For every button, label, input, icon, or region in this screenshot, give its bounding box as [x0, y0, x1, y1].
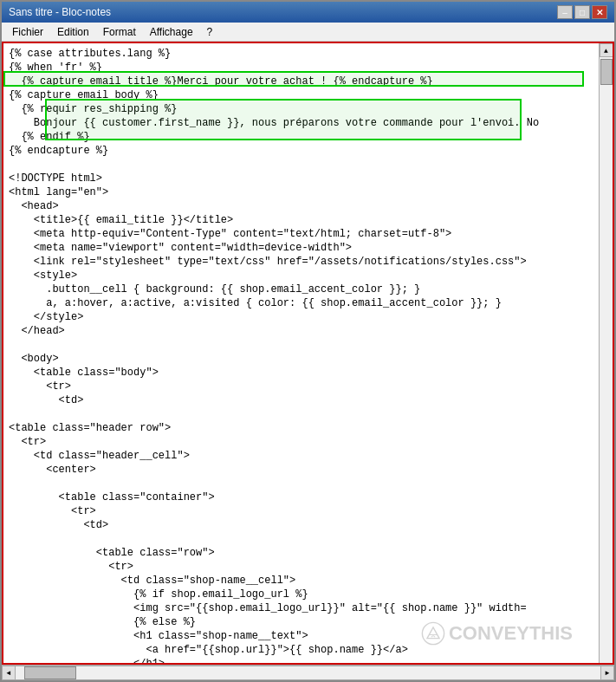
code-line [9, 532, 593, 546]
minimize-button[interactable]: – [557, 5, 573, 19]
code-line: Bonjour {{ customer.first_name }}, nous … [9, 116, 593, 130]
code-line: <img src="{{shop.email_logo_url}}" alt="… [9, 601, 593, 615]
code-line: {% endif %} [9, 130, 593, 144]
code-line: {% else %} [9, 615, 593, 629]
title-bar: Sans titre - Bloc-notes – □ ✕ [2, 2, 614, 23]
code-line: <td class="header__cell"> [9, 449, 593, 463]
vertical-scrollbar[interactable]: ▲ [599, 43, 613, 663]
code-line: .button__cell { background: {{ shop.emai… [9, 283, 593, 296]
menu-affichage[interactable]: Affichage [143, 24, 200, 40]
code-line: <body> [9, 352, 593, 366]
code-line: <table class="body"> [9, 366, 593, 380]
close-button[interactable]: ✕ [592, 5, 607, 19]
code-line [9, 407, 593, 421]
code-line: <meta http-equiv="Content-Type" content=… [9, 227, 593, 241]
menu-edition[interactable]: Edition [50, 24, 96, 40]
scroll-right-arrow[interactable]: ► [600, 666, 614, 680]
code-line: {% when 'fr' %} [9, 61, 593, 75]
code-line: a, a:hover, a:active, a:visited { color:… [9, 296, 593, 310]
code-line: <head> [9, 199, 593, 213]
code-line: <a href="{{shop.url}}">{{ shop.name }}</… [9, 643, 593, 657]
code-line: <td class="shop-name__cell"> [9, 574, 593, 588]
scroll-up-arrow[interactable]: ▲ [600, 43, 613, 57]
window-title: Sans titre - Bloc-notes [9, 6, 111, 18]
code-line [9, 158, 593, 172]
code-line: <title>{{ email_title }}</title> [9, 213, 593, 227]
scroll-thumb[interactable] [600, 59, 613, 85]
menu-fichier[interactable]: Fichier [5, 24, 50, 40]
code-line: </head> [9, 324, 593, 338]
scroll-track [16, 666, 600, 680]
code-line: <table class="row"> [9, 546, 593, 560]
code-line: {% if shop.email_logo_url %} [9, 588, 593, 601]
code-line: {% case attributes.lang %} [9, 47, 593, 61]
code-line: <table class="container"> [9, 490, 593, 504]
code-line: <!DOCTYPE html> [9, 172, 593, 185]
code-line: <tr> [9, 504, 593, 518]
code-line [9, 338, 593, 352]
code-line: <h1 class="shop-name__text"> [9, 629, 593, 643]
code-line: <style> [9, 269, 593, 283]
h-scroll-thumb[interactable] [24, 666, 76, 679]
menu-bar: Fichier Edition Format Affichage ? [2, 23, 614, 42]
code-line: <tr> [9, 380, 593, 393]
code-line: </style> [9, 310, 593, 324]
code-line: <center> [9, 463, 593, 477]
menu-help[interactable]: ? [200, 24, 220, 40]
code-line [9, 477, 593, 490]
code-line: <td> [9, 518, 593, 532]
code-line: {% capture email_body %} [9, 88, 593, 102]
scroll-left-arrow[interactable]: ◄ [2, 666, 16, 680]
code-line: {% requir res_shipping %} [9, 102, 593, 116]
horizontal-scrollbar[interactable]: ◄ ► [2, 665, 614, 680]
code-line: </h1> [9, 657, 593, 663]
code-line: <link rel="stylesheet" type="text/css" h… [9, 255, 593, 269]
code-line: {% capture email_title %}Merci pour votr… [9, 75, 593, 88]
code-line: <td> [9, 393, 593, 407]
code-editor[interactable]: {% case attributes.lang %} {% when 'fr' … [3, 43, 599, 663]
maximize-button[interactable]: □ [574, 5, 590, 19]
notepad-window: Sans titre - Bloc-notes – □ ✕ Fichier Ed… [0, 0, 616, 682]
menu-format[interactable]: Format [96, 24, 143, 40]
code-line: <html lang="en"> [9, 185, 593, 199]
code-line: <tr> [9, 560, 593, 574]
code-line: <table class="header row"> [9, 421, 593, 435]
code-line: <meta name="viewport" content="width=dev… [9, 241, 593, 255]
code-line: {% endcapture %} [9, 144, 593, 158]
editor-container: {% case attributes.lang %} {% when 'fr' … [2, 42, 614, 665]
code-line: <tr> [9, 435, 593, 449]
window-controls: – □ ✕ [557, 5, 607, 19]
